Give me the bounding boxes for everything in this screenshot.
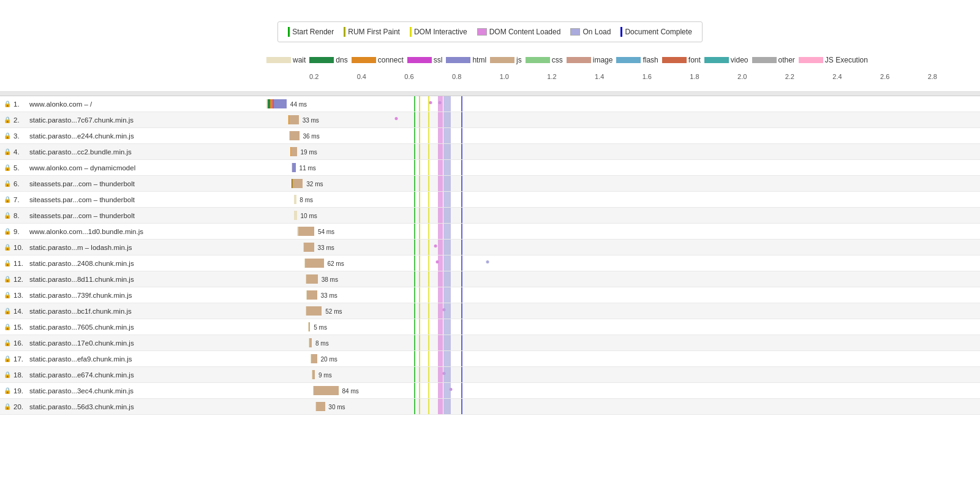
bar-segment xyxy=(312,370,315,379)
marker-line-document-complete xyxy=(461,176,462,191)
bar-segment xyxy=(316,402,325,411)
marker-line-dom-content-loaded-start xyxy=(438,112,443,127)
marker-line-on-load-start xyxy=(443,176,451,191)
marker-line-on-load-start xyxy=(443,192,451,207)
marker-line-dom-interactive xyxy=(428,224,429,239)
bar-segment xyxy=(314,386,339,395)
marker-line-on-load-start xyxy=(443,383,451,398)
request-name: 🔒2.static.parasto...7c67.chunk.min.js xyxy=(0,116,266,124)
lock-icon: 🔒 xyxy=(4,292,11,298)
bar-segment xyxy=(293,179,303,188)
request-name: 🔒11.static.parasto...2408.chunk.min.js xyxy=(0,260,266,267)
marker-line-dom-content-loaded-start xyxy=(438,255,443,271)
marker-line-on-load-start xyxy=(443,96,451,112)
table-row: 🔒17.static.parasto...efa9.chunk.min.js20… xyxy=(0,351,980,367)
marker-line-on-load-start xyxy=(443,351,451,366)
marker-line-rum-first-paint xyxy=(419,335,420,350)
marker-line-dom-interactive xyxy=(428,144,429,159)
duration-label: 10 ms xyxy=(301,212,317,219)
marker-line-start-render xyxy=(414,192,415,207)
marker-line-rum-first-paint xyxy=(419,128,420,143)
lock-icon: 🔒 xyxy=(4,323,11,330)
table-row: 🔒19.static.parasto...3ec4.chunk.min.js84… xyxy=(0,383,980,399)
marker-line-dom-content-loaded-start xyxy=(438,224,443,239)
duration-label: 33 ms xyxy=(321,292,337,298)
marker-line-rum-first-paint xyxy=(419,96,420,112)
legend-item-start-render: Start Render xyxy=(288,27,334,37)
marker-line-start-render xyxy=(414,351,415,366)
marker-line-dom-content-loaded-start xyxy=(438,144,443,159)
bar-segment xyxy=(274,99,287,108)
marker-line-rum-first-paint xyxy=(419,224,420,239)
request-bar-area: 52 ms xyxy=(266,303,980,319)
marker-line-dom-content-loaded-start xyxy=(438,208,443,223)
table-row: 🔒3.static.parasto...e244.chunk.min.js36 … xyxy=(0,128,980,144)
request-name: 🔒15.static.parasto...7605.chunk.min.js xyxy=(0,323,266,331)
table-row: 🔒11.static.parasto...2408.chunk.min.js62… xyxy=(0,255,980,271)
marker-line-dom-interactive xyxy=(428,255,429,271)
duration-label: 33 ms xyxy=(317,244,334,251)
table-row: 🔒1.www.alonko.com – /44 ms xyxy=(0,96,980,112)
legend-item-dom-interactive: DOM Interactive xyxy=(410,27,467,37)
marker-line-dom-interactive xyxy=(428,192,429,207)
request-name: 🔒14.static.parasto...bc1f.chunk.min.js xyxy=(0,308,266,315)
table-row: 🔒18.static.parasto...e674.chunk.min.js9 … xyxy=(0,367,980,383)
marker-line-dom-content-loaded-start xyxy=(438,319,443,335)
marker-line-dom-interactive xyxy=(428,287,429,303)
duration-label: 30 ms xyxy=(328,403,345,410)
bar-segment xyxy=(306,274,318,284)
table-row: 🔒8.siteassets.par...com – thunderbolt10 … xyxy=(0,208,980,224)
bar-segment xyxy=(307,290,317,300)
marker-line-on-load-start xyxy=(443,335,451,350)
lock-icon: 🔒 xyxy=(4,244,11,251)
request-bar-area: 38 ms xyxy=(266,271,980,287)
marker-line-start-render xyxy=(414,255,415,271)
marker-line-rum-first-paint xyxy=(419,319,420,335)
request-name: 🔒8.siteassets.par...com – thunderbolt xyxy=(0,212,266,219)
section-header xyxy=(0,92,980,96)
lock-icon: 🔒 xyxy=(4,260,11,267)
timing-dot xyxy=(429,101,432,104)
marker-line-start-render xyxy=(414,240,415,255)
marker-line-dom-interactive xyxy=(428,367,429,382)
marker-line-dom-content-loaded-start xyxy=(438,271,443,287)
tick-2.4: 2.4 xyxy=(832,73,842,80)
marker-line-dom-interactive xyxy=(428,112,429,127)
marker-line-start-render xyxy=(414,399,415,414)
bar-segment xyxy=(291,147,297,156)
request-name: 🔒10.static.parasto...m – lodash.min.js xyxy=(0,244,266,251)
request-bar-area: 32 ms xyxy=(266,176,980,191)
duration-label: 5 ms xyxy=(314,323,327,330)
tick-0.2: 0.2 xyxy=(309,73,318,80)
bar-segment xyxy=(306,306,322,316)
request-name: 🔒18.static.parasto...e674.chunk.min.js xyxy=(0,371,266,379)
resource-type-font: font xyxy=(662,56,701,64)
duration-label: 11 ms xyxy=(300,164,316,171)
marker-line-dom-content-loaded-start xyxy=(438,96,443,112)
marker-line-rum-first-paint xyxy=(419,112,420,127)
marker-line-dom-interactive xyxy=(428,383,429,398)
lock-icon: 🔒 xyxy=(4,132,11,139)
marker-line-dom-content-loaded-start xyxy=(438,128,443,143)
marker-line-rum-first-paint xyxy=(419,240,420,255)
request-bar-area: 84 ms xyxy=(266,383,980,398)
timing-dot xyxy=(486,260,489,263)
marker-line-start-render xyxy=(414,383,415,398)
request-bar-area: 20 ms xyxy=(266,351,980,366)
lock-icon: 🔒 xyxy=(4,212,11,219)
marker-line-on-load-start xyxy=(443,144,451,159)
marker-line-document-complete xyxy=(461,240,462,255)
lock-icon: 🔒 xyxy=(4,387,11,394)
marker-line-rum-first-paint xyxy=(419,192,420,207)
resource-type-css: css xyxy=(526,56,563,64)
resource-type-image: image xyxy=(567,56,613,64)
column-timing: 0.20.40.60.81.01.21.41.61.82.02.22.42.62… xyxy=(266,70,980,89)
tick-0.6: 0.6 xyxy=(404,73,413,80)
resource-type-dns: dns xyxy=(309,56,347,64)
tick-1.2: 1.2 xyxy=(547,73,556,80)
bar-segment xyxy=(305,259,323,268)
tick-0.4: 0.4 xyxy=(357,73,366,80)
legend-item-document-complete: Document Complete xyxy=(620,27,692,37)
request-name: 🔒9.www.alonko.com...1d0.bundle.min.js xyxy=(0,228,266,235)
marker-line-document-complete xyxy=(461,128,462,143)
